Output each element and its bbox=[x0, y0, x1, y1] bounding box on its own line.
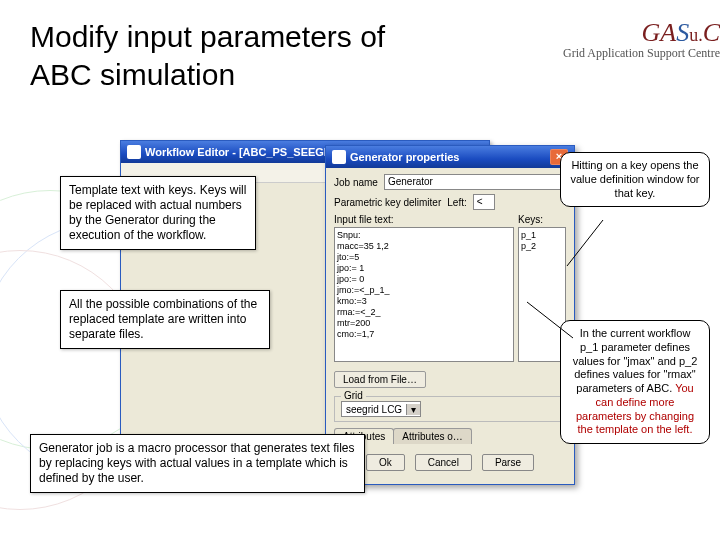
callout-key-opens: Hitting on a key opens the value definit… bbox=[560, 152, 710, 207]
callout-params-pointer bbox=[525, 300, 575, 340]
job-name-label: Job name bbox=[334, 177, 378, 188]
keys-listbox[interactable]: p_1p_2 bbox=[518, 227, 566, 362]
note-template-keys: Template text with keys. Keys will be re… bbox=[60, 176, 256, 250]
attributes-tabstrip: Attributes Attributes o… bbox=[334, 428, 566, 444]
parse-button[interactable]: Parse bbox=[482, 454, 534, 471]
delimiter-left-label: Left: bbox=[447, 197, 466, 208]
keys-label: Keys: bbox=[518, 214, 566, 225]
grid-combobox-value: seegrid LCG bbox=[342, 404, 406, 415]
brand-block: GASu.C Grid Application Support Centre bbox=[520, 18, 720, 61]
job-name-field[interactable]: Generator bbox=[384, 174, 566, 190]
app-icon bbox=[127, 145, 141, 159]
load-from-file-button[interactable]: Load from File… bbox=[334, 371, 426, 388]
tab-attributes-other[interactable]: Attributes o… bbox=[393, 428, 472, 444]
template-line: jto:=5 bbox=[337, 252, 511, 263]
ok-button[interactable]: Ok bbox=[366, 454, 405, 471]
template-line: cmo:=1,7 bbox=[337, 329, 511, 340]
template-line: jpo:= 1 bbox=[337, 263, 511, 274]
note-generator-macro: Generator job is a macro processor that … bbox=[30, 434, 365, 493]
template-line: Snpu: bbox=[337, 230, 511, 241]
dialog-icon bbox=[332, 150, 346, 164]
keys-list-item[interactable]: p_1 bbox=[521, 230, 563, 241]
generator-titlebar[interactable]: Generator properties × bbox=[326, 146, 574, 168]
generator-title: Generator properties bbox=[350, 151, 459, 163]
template-line: jmo:=<_p_1_ bbox=[337, 285, 511, 296]
grid-legend: Grid bbox=[341, 390, 366, 401]
brand-subtitle: Grid Application Support Centre bbox=[520, 46, 720, 61]
brand-logo: GASu.C bbox=[520, 18, 720, 48]
input-text-label: Input file text: bbox=[334, 214, 514, 225]
template-line: rma:=<_2_ bbox=[337, 307, 511, 318]
callout-params: In the current workflow p_1 parameter de… bbox=[560, 320, 710, 444]
page-title: Modify input parameters of ABC simulatio… bbox=[30, 18, 410, 93]
chevron-down-icon: ▾ bbox=[406, 404, 420, 415]
grid-group: Grid seegrid LCG ▾ bbox=[334, 396, 566, 422]
template-line: kmo:=3 bbox=[337, 296, 511, 307]
delimiter-label: Parametric key delimiter bbox=[334, 197, 441, 208]
cancel-button[interactable]: Cancel bbox=[415, 454, 472, 471]
note-combinations: All the possible combinations of the rep… bbox=[60, 290, 270, 349]
template-line: jpo:= 0 bbox=[337, 274, 511, 285]
callout-key-pointer bbox=[565, 218, 605, 268]
delimiter-left-field[interactable]: < bbox=[473, 194, 495, 210]
keys-list-item[interactable]: p_2 bbox=[521, 241, 563, 252]
grid-combobox[interactable]: seegrid LCG ▾ bbox=[341, 401, 421, 417]
template-line: macc=35 1,2 bbox=[337, 241, 511, 252]
template-line: mtr=200 bbox=[337, 318, 511, 329]
input-template-textarea[interactable]: Snpu:macc=35 1,2jto:=5jpo:= 1jpo:= 0jmo:… bbox=[334, 227, 514, 362]
